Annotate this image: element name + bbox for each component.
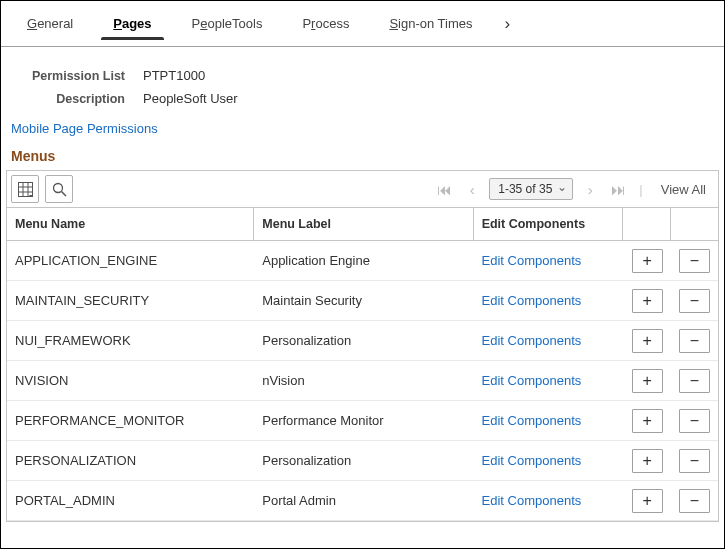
add-row-button[interactable]: + [632,489,663,513]
description-label: Description [11,92,143,106]
cell-menu-name: MAINTAIN_SECURITY [7,288,254,313]
delete-row-button[interactable]: − [679,289,710,313]
plus-icon: + [642,413,651,429]
cell-menu-label: Personalization [254,448,473,473]
add-row-button[interactable]: + [632,369,663,393]
delete-row-button[interactable]: − [679,329,710,353]
cell-menu-label: Maintain Security [254,288,473,313]
tab-pages[interactable]: Pages [95,8,169,39]
table-row: NUI_FRAMEWORKPersonalizationEdit Compone… [7,321,718,361]
cell-menu-label: Application Engine [254,248,473,273]
first-page-icon: ⏮ [433,181,455,198]
svg-line-7 [61,191,66,196]
cell-menu-name: NVISION [7,368,254,393]
tab-process[interactable]: Process [284,8,367,39]
table-row: NVISIONnVisionEdit Components+− [7,361,718,401]
edit-components-link[interactable]: Edit Components [482,453,582,468]
tab-signon[interactable]: Sign-on Times [371,8,490,39]
grid-body: APPLICATION_ENGINEApplication EngineEdit… [7,241,718,521]
table-row: PERFORMANCE_MONITORPerformance MonitorEd… [7,401,718,441]
edit-components-link[interactable]: Edit Components [482,253,582,268]
grid-toolbar: ⏮ ‹ 1-35 of 35 › ⏭ | View All [7,171,718,208]
cell-menu-label: Portal Admin [254,488,473,513]
grid-icon [18,182,33,197]
last-page-icon: ⏭ [607,181,629,198]
plus-icon: + [642,253,651,269]
header-menu-label[interactable]: Menu Label [254,208,473,240]
add-row-button[interactable]: + [632,329,663,353]
plus-icon: + [642,453,651,469]
minus-icon: − [690,293,699,309]
cell-menu-label: Performance Monitor [254,408,473,433]
cell-menu-label: nVision [254,368,473,393]
edit-components-link[interactable]: Edit Components [482,293,582,308]
minus-icon: − [690,413,699,429]
permission-list-label: Permission List [11,69,143,83]
edit-components-link[interactable]: Edit Components [482,413,582,428]
row-range-select[interactable]: 1-35 of 35 [489,178,573,200]
view-all-link[interactable]: View All [653,182,714,197]
tab-bar: General Pages PeopleTools Process Sign-o… [1,1,724,47]
plus-icon: + [642,493,651,509]
info-block: Permission List PTPT1000 Description Peo… [1,47,724,115]
add-row-button[interactable]: + [632,249,663,273]
tab-peopletools[interactable]: PeopleTools [174,8,281,39]
table-row: PORTAL_ADMINPortal AdminEdit Components+… [7,481,718,521]
minus-icon: − [690,373,699,389]
cell-menu-name: PORTAL_ADMIN [7,488,254,513]
cell-menu-name: PERFORMANCE_MONITOR [7,408,254,433]
menus-grid: ⏮ ‹ 1-35 of 35 › ⏭ | View All Menu Name … [6,170,719,522]
tab-general[interactable]: General [9,8,91,39]
minus-icon: − [690,333,699,349]
permission-list-value: PTPT1000 [143,68,205,83]
delete-row-button[interactable]: − [679,489,710,513]
mobile-page-permissions-link[interactable]: Mobile Page Permissions [1,115,168,146]
minus-icon: − [690,253,699,269]
add-row-button[interactable]: + [632,409,663,433]
table-row: MAINTAIN_SECURITYMaintain SecurityEdit C… [7,281,718,321]
cell-menu-name: PERSONALIZATION [7,448,254,473]
edit-components-link[interactable]: Edit Components [482,493,582,508]
minus-icon: − [690,453,699,469]
plus-icon: + [642,373,651,389]
section-title-menus: Menus [1,146,724,170]
svg-point-6 [53,183,62,192]
header-menu-name[interactable]: Menu Name [7,208,254,240]
plus-icon: + [642,293,651,309]
minus-icon: − [690,493,699,509]
cell-menu-name: APPLICATION_ENGINE [7,248,254,273]
plus-icon: + [642,333,651,349]
search-icon [52,182,67,197]
delete-row-button[interactable]: − [679,449,710,473]
delete-row-button[interactable]: − [679,249,710,273]
cell-menu-name: NUI_FRAMEWORK [7,328,254,353]
grid-settings-button[interactable] [11,175,39,203]
delete-row-button[interactable]: − [679,369,710,393]
header-add [623,208,671,240]
tabs-more-icon[interactable]: › [495,10,521,38]
add-row-button[interactable]: + [632,289,663,313]
header-delete [671,208,718,240]
add-row-button[interactable]: + [632,449,663,473]
description-value: PeopleSoft User [143,91,238,106]
grid-header: Menu Name Menu Label Edit Components [7,208,718,241]
edit-components-link[interactable]: Edit Components [482,333,582,348]
prev-page-icon: ‹ [461,181,483,198]
toolbar-divider: | [635,182,646,197]
find-button[interactable] [45,175,73,203]
next-page-icon: › [579,181,601,198]
table-row: APPLICATION_ENGINEApplication EngineEdit… [7,241,718,281]
svg-rect-0 [18,182,32,196]
edit-components-link[interactable]: Edit Components [482,373,582,388]
cell-menu-label: Personalization [254,328,473,353]
delete-row-button[interactable]: − [679,409,710,433]
header-edit-components[interactable]: Edit Components [474,208,624,240]
table-row: PERSONALIZATIONPersonalizationEdit Compo… [7,441,718,481]
